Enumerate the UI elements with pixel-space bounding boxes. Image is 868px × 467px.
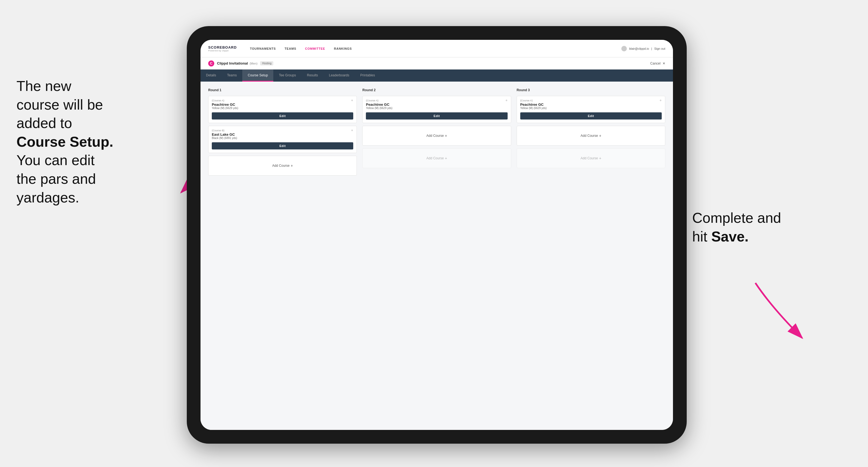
tab-details[interactable]: Details bbox=[200, 69, 222, 82]
separator: | bbox=[651, 47, 652, 50]
round-2-course-a: (Course A) Peachtree GC Yellow (M) (6629… bbox=[362, 96, 511, 123]
course-a-name-r3: Peachtree GC bbox=[520, 102, 662, 106]
round-3-col: Round 3 (Course A) Peachtree GC Yellow (… bbox=[517, 88, 665, 176]
tablet-frame: SCOREBOARD Powered by clippd TOURNAMENTS… bbox=[187, 26, 687, 444]
edit-round2-course-a-button[interactable]: Edit bbox=[366, 112, 507, 120]
round-1-course-b: (Course B) East Lake GC Black (M) (6891 … bbox=[208, 126, 357, 153]
course-a-name-r2: Peachtree GC bbox=[366, 102, 507, 106]
round-3-add-course-button[interactable]: Add Course + bbox=[517, 126, 665, 146]
main-content: Round 1 (Course A) Peachtree GC Yellow (… bbox=[200, 82, 673, 430]
round-1-course-a: (Course A) Peachtree GC Yellow (M) (6629… bbox=[208, 96, 357, 123]
rounds-grid: Round 1 (Course A) Peachtree GC Yellow (… bbox=[208, 88, 665, 176]
round-1-col: Round 1 (Course A) Peachtree GC Yellow (… bbox=[208, 88, 357, 176]
delete-round1-course-b[interactable]: ⚬ bbox=[350, 128, 354, 133]
add-course-text-r1: Add Course bbox=[272, 164, 289, 167]
add-course-text-r2b: Add Course bbox=[426, 156, 444, 160]
add-course-text-r3: Add Course bbox=[581, 134, 598, 137]
tab-results[interactable]: Results bbox=[301, 69, 323, 82]
course-b-name: East Lake GC bbox=[212, 132, 353, 136]
tabs-bar: Details Teams Course Setup Tee Groups Re… bbox=[200, 69, 673, 82]
round-3-label: Round 3 bbox=[517, 88, 665, 92]
tab-teams[interactable]: Teams bbox=[222, 69, 242, 82]
tab-leaderboards[interactable]: Leaderboards bbox=[323, 69, 354, 82]
round-2-label: Round 2 bbox=[362, 88, 511, 92]
add-course-plus-r3: + bbox=[599, 133, 601, 138]
round-2-col: Round 2 (Course A) Peachtree GC Yellow (… bbox=[362, 88, 511, 176]
edit-round3-course-a-button[interactable]: Edit bbox=[520, 112, 662, 120]
user-email: blair@clippd.io bbox=[629, 47, 649, 50]
delete-round3-course-a[interactable]: ⚬ bbox=[659, 98, 662, 103]
round-2-add-course-button[interactable]: Add Course + bbox=[362, 126, 511, 146]
round-1-add-course-button[interactable]: Add Course + bbox=[208, 156, 357, 176]
tab-tee-groups[interactable]: Tee Groups bbox=[273, 69, 301, 82]
course-a-detail-r3: Yellow (M) (6629 yds) bbox=[520, 106, 662, 110]
course-a-label-r3: (Course A) bbox=[520, 99, 662, 102]
sub-header: C Clippd Invitational (Men) Hosting Canc… bbox=[200, 57, 673, 69]
course-a-label: (Course A) bbox=[212, 99, 353, 102]
right-arrow bbox=[739, 280, 821, 346]
add-course-text-r2: Add Course bbox=[426, 134, 444, 137]
course-b-detail: Black (M) (6891 yds) bbox=[212, 136, 353, 139]
add-course-plus-r2: + bbox=[445, 133, 447, 138]
event-gender: (Men) bbox=[250, 62, 258, 65]
round-3-add-course-disabled: Add Course + bbox=[517, 148, 665, 168]
course-b-label: (Course B) bbox=[212, 129, 353, 132]
brand: SCOREBOARD Powered by clippd bbox=[208, 45, 237, 52]
right-annotation: Complete and hit Save. bbox=[692, 209, 835, 246]
avatar bbox=[621, 46, 627, 51]
hosting-badge: Hosting bbox=[260, 61, 273, 65]
nav-bar: SCOREBOARD Powered by clippd TOURNAMENTS… bbox=[200, 40, 673, 57]
add-course-text-r3b: Add Course bbox=[581, 156, 598, 160]
course-a-detail-r2: Yellow (M) (6629 yds) bbox=[366, 106, 507, 110]
tab-printables[interactable]: Printables bbox=[355, 69, 380, 82]
course-a-detail: Yellow (M) (6629 yds) bbox=[212, 106, 353, 110]
brand-title: SCOREBOARD bbox=[208, 45, 237, 50]
sign-out-link[interactable]: Sign out bbox=[654, 47, 665, 50]
round-1-label: Round 1 bbox=[208, 88, 357, 92]
course-a-name: Peachtree GC bbox=[212, 102, 353, 106]
round-3-course-a: (Course A) Peachtree GC Yellow (M) (6629… bbox=[517, 96, 665, 123]
event-title: Clippd Invitational bbox=[217, 61, 248, 65]
round-2-add-course-disabled: Add Course + bbox=[362, 148, 511, 168]
delete-round1-course-a[interactable]: ⚬ bbox=[350, 98, 354, 103]
tab-course-setup[interactable]: Course Setup bbox=[242, 69, 273, 82]
left-annotation: The new course will be added to Course S… bbox=[17, 77, 176, 207]
nav-tournaments[interactable]: TOURNAMENTS bbox=[250, 47, 276, 50]
edit-round1-course-a-button[interactable]: Edit bbox=[212, 112, 353, 120]
nav-rankings[interactable]: RANKINGS bbox=[334, 47, 352, 50]
delete-round2-course-a[interactable]: ⚬ bbox=[505, 98, 508, 103]
nav-right: blair@clippd.io | Sign out bbox=[621, 46, 665, 51]
add-course-plus-r3b: + bbox=[599, 156, 601, 160]
brand-logo: C bbox=[208, 60, 214, 66]
tablet-screen: SCOREBOARD Powered by clippd TOURNAMENTS… bbox=[200, 40, 673, 430]
add-course-plus-r1: + bbox=[290, 163, 293, 168]
nav-teams[interactable]: TEAMS bbox=[285, 47, 297, 50]
edit-round1-course-b-button[interactable]: Edit bbox=[212, 142, 353, 150]
cancel-button[interactable]: Cancel ✕ bbox=[649, 62, 665, 65]
nav-committee[interactable]: COMMITTEE bbox=[305, 47, 325, 50]
brand-sub: Powered by clippd bbox=[208, 50, 237, 52]
add-course-plus-r2b: + bbox=[445, 156, 447, 160]
course-a-label-r2: (Course A) bbox=[366, 99, 507, 102]
